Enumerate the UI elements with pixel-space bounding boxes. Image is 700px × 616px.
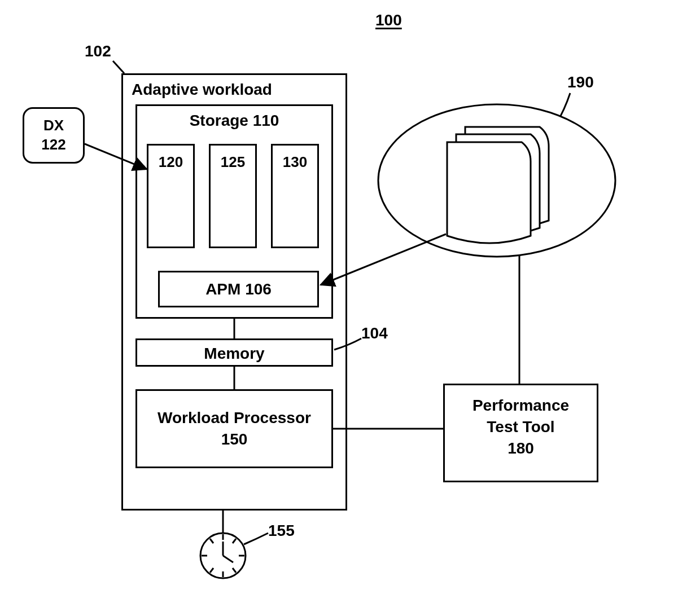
perf-line1: Performance: [445, 397, 597, 415]
storage-cell-120-label: 120: [148, 153, 193, 171]
ref-100: 100: [375, 11, 402, 29]
storage-cell-130: 130: [271, 144, 319, 248]
processor-line2: 150: [137, 430, 331, 448]
storage-cell-125: 125: [209, 144, 257, 248]
storage-cell-130-label: 130: [273, 153, 317, 171]
ref-102: 102: [85, 42, 111, 60]
svg-line-14: [210, 539, 213, 543]
memory-box: Memory: [135, 338, 333, 367]
analysis-l1: Analysis: [448, 152, 539, 168]
svg-line-0: [113, 61, 124, 73]
diagram-stage: 100 102 190 DX 122 Adaptive workload Sto…: [0, 0, 700, 616]
clock-icon: [200, 533, 246, 578]
svg-line-19: [223, 556, 233, 562]
ref-190: 190: [567, 73, 594, 91]
memory-title: Memory: [137, 345, 331, 363]
connectors-overlay: [0, 0, 700, 616]
apm-title: APM 106: [160, 280, 317, 298]
storage-cell-120: 120: [147, 144, 195, 248]
dx-box: DX 122: [23, 107, 85, 164]
workload-processor-box: Workload Processor 150: [135, 389, 333, 468]
analysis-l4: 105: [448, 203, 539, 219]
performance-test-tool-box: Performance Test Tool 180: [443, 384, 598, 482]
analysis-l3: Transaction: [448, 186, 539, 202]
svg-line-16: [210, 568, 213, 573]
dx-label-1: DX: [24, 117, 83, 134]
analysis-l2: Event: [448, 169, 539, 185]
svg-line-17: [233, 568, 236, 573]
storage-title: Storage 110: [137, 112, 331, 130]
storage-cell-125-label: 125: [211, 153, 255, 171]
apm-box: APM 106: [158, 271, 319, 307]
adaptive-workload-title: Adaptive workload: [132, 81, 272, 99]
svg-point-9: [200, 533, 246, 578]
perf-line2: Test Tool: [445, 418, 597, 436]
ref-155: 155: [268, 522, 295, 540]
processor-line1: Workload Processor: [137, 409, 331, 427]
perf-line3: 180: [445, 439, 597, 457]
ref-104: 104: [361, 324, 388, 342]
dx-label-2: 122: [24, 136, 83, 153]
svg-line-15: [233, 539, 236, 543]
